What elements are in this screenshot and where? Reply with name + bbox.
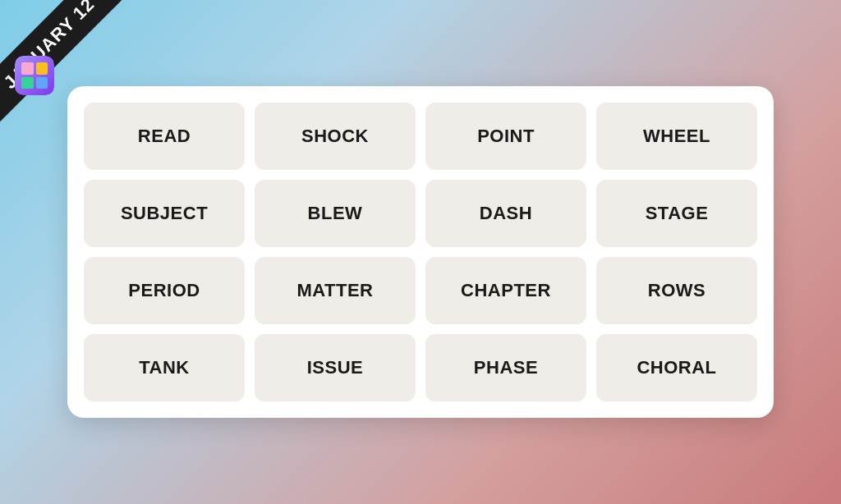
word-grid: READSHOCKPOINTWHEELSUBJECTBLEWDASHSTAGEP… [84, 103, 757, 401]
word-text-chapter: CHAPTER [461, 280, 551, 301]
word-text-wheel: WHEEL [643, 126, 710, 147]
icon-cell-tr [36, 62, 48, 75]
word-cell-issue[interactable]: ISSUE [255, 334, 416, 401]
word-text-choral: CHORAL [636, 357, 716, 378]
word-text-dash: DASH [480, 203, 532, 224]
icon-cell-tl [21, 62, 34, 75]
word-cell-matter[interactable]: MATTER [255, 257, 416, 324]
word-cell-subject[interactable]: SUBJECT [84, 180, 245, 247]
word-cell-point[interactable]: POINT [425, 103, 586, 170]
word-text-blew: BLEW [308, 203, 363, 224]
word-cell-period[interactable]: PERIOD [84, 257, 245, 324]
word-text-matter: MATTER [296, 280, 373, 301]
word-text-phase: PHASE [474, 357, 538, 378]
word-cell-phase[interactable]: PHASE [425, 334, 586, 401]
word-text-tank: TANK [139, 357, 189, 378]
word-cell-choral[interactable]: CHORAL [596, 334, 757, 401]
word-cell-wheel[interactable]: WHEEL [596, 103, 757, 170]
app-icon-inner [15, 56, 54, 95]
icon-cell-bl [21, 77, 34, 89]
word-cell-stage[interactable]: STAGE [596, 180, 757, 247]
word-text-issue: ISSUE [307, 357, 364, 378]
icon-cell-br [36, 77, 48, 89]
word-cell-rows[interactable]: ROWS [596, 257, 757, 324]
word-cell-tank[interactable]: TANK [84, 334, 245, 401]
app-icon[interactable] [15, 56, 54, 95]
word-cell-dash[interactable]: DASH [425, 180, 586, 247]
word-text-period: PERIOD [128, 280, 200, 301]
word-text-point: POINT [477, 126, 535, 147]
word-cell-shock[interactable]: SHOCK [255, 103, 416, 170]
word-text-shock: SHOCK [301, 126, 369, 147]
main-card: READSHOCKPOINTWHEELSUBJECTBLEWDASHSTAGEP… [67, 86, 774, 418]
word-cell-blew[interactable]: BLEW [255, 180, 416, 247]
word-cell-chapter[interactable]: CHAPTER [425, 257, 586, 324]
app-icon-grid [15, 56, 54, 95]
word-text-rows: ROWS [648, 280, 705, 301]
word-text-stage: STAGE [646, 203, 709, 224]
word-text-subject: SUBJECT [121, 203, 208, 224]
